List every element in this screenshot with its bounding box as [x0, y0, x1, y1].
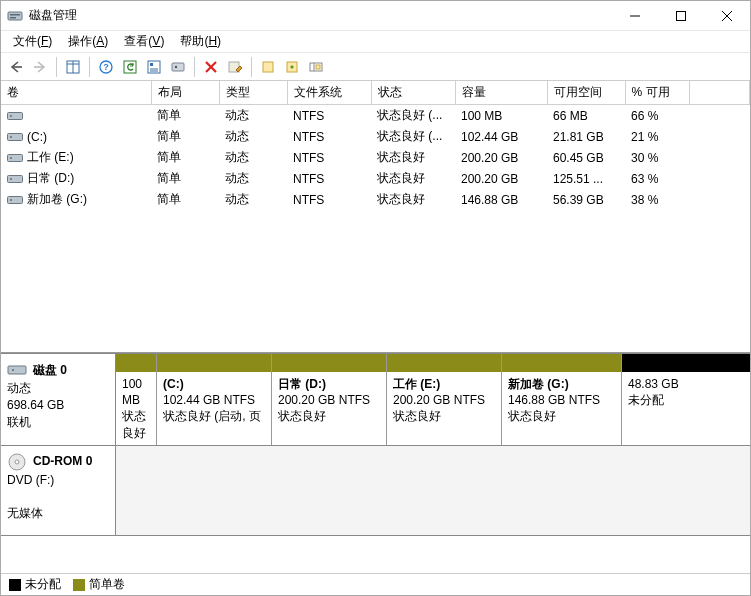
- partition-body: 日常 (D:)200.20 GB NTFS状态良好: [272, 372, 386, 445]
- partition[interactable]: (C:)102.44 GB NTFS状态良好 (启动, 页: [156, 354, 271, 445]
- disk-size: 698.64 GB: [7, 397, 109, 414]
- cell-layout: 简单: [151, 126, 219, 147]
- cell-layout: 简单: [151, 105, 219, 127]
- cdrom-status: 无媒体: [7, 505, 109, 522]
- cell-layout: 简单: [151, 168, 219, 189]
- menu-action[interactable]: 操作(A): [60, 31, 116, 52]
- toolbar-sep: [89, 57, 90, 77]
- svg-point-30: [10, 115, 12, 117]
- legend-unallocated: 未分配: [9, 576, 61, 593]
- partition-body: 工作 (E:)200.20 GB NTFS状态良好: [387, 372, 501, 445]
- properties-button[interactable]: [167, 56, 189, 78]
- svg-point-38: [10, 199, 12, 201]
- col-free[interactable]: 可用空间: [547, 81, 625, 105]
- svg-point-32: [10, 136, 12, 138]
- col-volume[interactable]: 卷: [1, 81, 151, 105]
- partition-color-bar: [502, 354, 621, 372]
- table-row[interactable]: 日常 (D:)简单动态NTFS状态良好200.20 GB125.51 ...63…: [1, 168, 750, 189]
- cell-capacity: 200.20 GB: [455, 168, 547, 189]
- partition-color-bar: [387, 354, 501, 372]
- table-row[interactable]: 简单动态NTFS状态良好 (...100 MB66 MB66 %: [1, 105, 750, 127]
- cell-pct: 21 %: [625, 126, 689, 147]
- cdrom-partitions: [116, 446, 750, 535]
- legend-simple: 简单卷: [73, 576, 125, 593]
- help-button[interactable]: ?: [95, 56, 117, 78]
- partition[interactable]: 100 MB状态良好: [116, 354, 156, 445]
- cell-type: 动态: [219, 147, 287, 168]
- delete-button[interactable]: [200, 56, 222, 78]
- svg-rect-14: [124, 61, 136, 73]
- partition-size: 200.20 GB NTFS: [393, 392, 495, 408]
- cell-capacity: 146.88 GB: [455, 189, 547, 210]
- svg-point-36: [10, 178, 12, 180]
- volume-icon: [7, 152, 23, 164]
- partition-name: 工作 (E:): [393, 376, 495, 392]
- table-row[interactable]: 工作 (E:)简单动态NTFS状态良好200.20 GB60.45 GB30 %: [1, 147, 750, 168]
- table-row[interactable]: 新加卷 (G:)简单动态NTFS状态良好146.88 GB56.39 GB38 …: [1, 189, 750, 210]
- disk-row-cdrom[interactable]: CD-ROM 0 DVD (F:) 无媒体: [1, 446, 750, 536]
- forward-button[interactable]: [29, 56, 51, 78]
- svg-rect-39: [8, 366, 26, 374]
- action-list-button[interactable]: [143, 56, 165, 78]
- partition-status: 状态良好: [122, 408, 150, 440]
- volume-icon: [7, 131, 23, 143]
- partition-name: (C:): [163, 376, 265, 392]
- cell-status: 状态良好 (...: [371, 105, 455, 127]
- svg-rect-24: [263, 62, 273, 72]
- volume-icon: [7, 173, 23, 185]
- col-status[interactable]: 状态: [371, 81, 455, 105]
- partition[interactable]: 48.83 GB未分配: [621, 354, 750, 445]
- menu-help[interactable]: 帮助(H): [172, 31, 229, 52]
- disk-row-0[interactable]: 磁盘 0 动态 698.64 GB 联机 100 MB状态良好(C:)102.4…: [1, 353, 750, 446]
- col-layout[interactable]: 布局: [151, 81, 219, 105]
- cell-fs: NTFS: [287, 189, 371, 210]
- cell-free: 56.39 GB: [547, 189, 625, 210]
- partition[interactable]: 工作 (E:)200.20 GB NTFS状态良好: [386, 354, 501, 445]
- cell-status: 状态良好: [371, 189, 455, 210]
- menu-file[interactable]: 文件(F): [5, 31, 60, 52]
- svg-rect-1: [10, 14, 20, 16]
- partition-body: 48.83 GB未分配: [622, 372, 750, 445]
- col-type[interactable]: 类型: [219, 81, 287, 105]
- new-button[interactable]: [257, 56, 279, 78]
- menu-view[interactable]: 查看(V): [116, 31, 172, 52]
- volume-list-pane[interactable]: 卷 布局 类型 文件系统 状态 容量 可用空间 % 可用 简单动态NTFS状态良…: [1, 81, 750, 353]
- cell-type: 动态: [219, 168, 287, 189]
- attach-button[interactable]: [281, 56, 303, 78]
- settings-button[interactable]: [224, 56, 246, 78]
- partition[interactable]: 日常 (D:)200.20 GB NTFS状态良好: [271, 354, 386, 445]
- detach-button[interactable]: [305, 56, 327, 78]
- toolbar: ?: [1, 53, 750, 81]
- maximize-button[interactable]: [658, 1, 704, 31]
- cell-free: 125.51 ...: [547, 168, 625, 189]
- col-pct[interactable]: % 可用: [625, 81, 689, 105]
- volume-icon: [7, 110, 23, 122]
- disk-graphical-pane[interactable]: 磁盘 0 动态 698.64 GB 联机 100 MB状态良好(C:)102.4…: [1, 353, 750, 573]
- partition[interactable]: 新加卷 (G:)146.88 GB NTFS状态良好: [501, 354, 621, 445]
- svg-rect-29: [8, 113, 23, 120]
- table-row[interactable]: (C:)简单动态NTFS状态良好 (...102.44 GB21.81 GB21…: [1, 126, 750, 147]
- cell-status: 状态良好: [371, 168, 455, 189]
- svg-rect-19: [172, 63, 184, 71]
- menubar: 文件(F) 操作(A) 查看(V) 帮助(H): [1, 31, 750, 53]
- refresh-button[interactable]: [119, 56, 141, 78]
- minimize-button[interactable]: [612, 1, 658, 31]
- view-list-button[interactable]: [62, 56, 84, 78]
- disk-status: 联机: [7, 414, 109, 431]
- cell-free: 60.45 GB: [547, 147, 625, 168]
- legend: 未分配 简单卷: [1, 573, 750, 595]
- partition-size: 100 MB: [122, 376, 150, 408]
- partition-color-bar: [157, 354, 271, 372]
- disk-type: 动态: [7, 380, 109, 397]
- svg-text:?: ?: [103, 62, 109, 72]
- app-icon: [7, 8, 23, 24]
- close-button[interactable]: [704, 1, 750, 31]
- partition-status: 状态良好: [508, 408, 615, 424]
- partition-name: 新加卷 (G:): [508, 376, 615, 392]
- col-capacity[interactable]: 容量: [455, 81, 547, 105]
- cell-pct: 63 %: [625, 168, 689, 189]
- cell-capacity: 100 MB: [455, 105, 547, 127]
- cell-fs: NTFS: [287, 168, 371, 189]
- back-button[interactable]: [5, 56, 27, 78]
- col-fs[interactable]: 文件系统: [287, 81, 371, 105]
